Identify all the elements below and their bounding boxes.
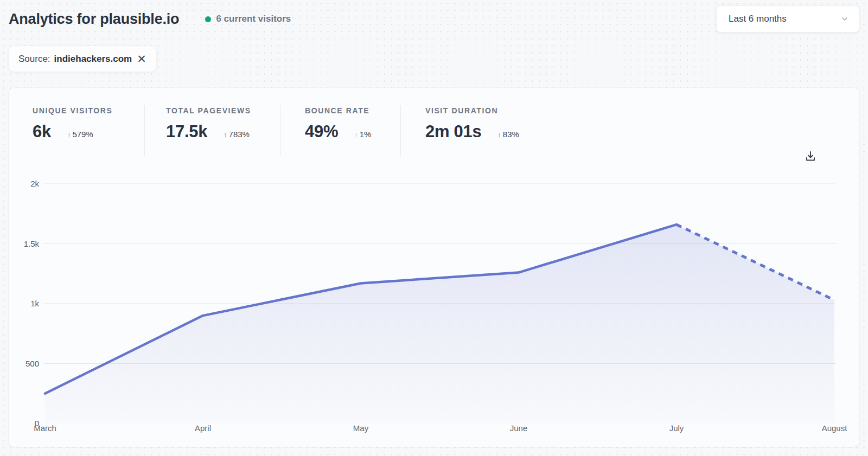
date-range-dropdown[interactable]: Last 6 months	[716, 5, 859, 33]
download-button[interactable]	[801, 147, 820, 165]
stat-label: VISIT DURATION	[425, 106, 519, 115]
date-range-label: Last 6 months	[729, 14, 840, 24]
y-axis-tick: 1k	[30, 299, 39, 308]
chevron-down-icon	[840, 15, 849, 23]
stat-label: BOUNCE RATE	[305, 106, 400, 115]
header: Analytics for plausible.io 6 current vis…	[0, 0, 868, 38]
visitors-chart[interactable]: 05001k1.5k2kMarchAprilMayJuneJulyAugust	[9, 174, 859, 445]
y-axis-tick: 2k	[30, 179, 39, 188]
download-icon	[804, 150, 817, 163]
x-axis-tick: July	[669, 423, 684, 433]
arrow-up-icon: ↑	[224, 131, 227, 139]
filter-value: indiehackers.com	[54, 54, 132, 65]
stat-value: 49%	[305, 122, 338, 142]
live-indicator-icon	[205, 16, 211, 22]
stat-change: ↑579%	[67, 130, 93, 139]
stat-change-value: 579%	[72, 130, 93, 139]
stat-value: 6k	[33, 122, 51, 142]
chart-area: 05001k1.5k2kMarchAprilMayJuneJulyAugust	[9, 174, 859, 445]
stat-bounce-rate[interactable]: BOUNCE RATE 49% ↑1%	[281, 105, 401, 156]
current-visitors[interactable]: 6 current visitors	[205, 14, 291, 24]
arrow-up-icon: ↑	[67, 131, 71, 139]
x-axis-tick: May	[353, 423, 369, 433]
x-axis-tick: April	[195, 423, 211, 433]
x-axis-tick: March	[34, 423, 56, 433]
stat-value: 17.5k	[166, 122, 207, 142]
page-title: Analytics for plausible.io	[9, 11, 179, 28]
y-axis-tick: 1.5k	[24, 239, 40, 248]
analytics-dashboard: Analytics for plausible.io 6 current vis…	[0, 0, 868, 456]
x-axis-tick: June	[510, 423, 528, 433]
stat-change-value: 1%	[360, 130, 372, 139]
analytics-card: UNIQUE VISITORS 6k ↑579% TOTAL PAGEVIEWS…	[9, 88, 859, 447]
stats-row: UNIQUE VISITORS 6k ↑579% TOTAL PAGEVIEWS…	[33, 105, 519, 156]
stat-change: ↑83%	[497, 130, 519, 139]
stat-visit-duration[interactable]: VISIT DURATION 2m 01s ↑83%	[401, 105, 519, 156]
stat-change-value: 83%	[503, 130, 519, 139]
close-icon[interactable]: ✕	[137, 53, 146, 65]
stat-total-pageviews[interactable]: TOTAL PAGEVIEWS 17.5k ↑783%	[145, 105, 281, 156]
stat-label: TOTAL PAGEVIEWS	[166, 106, 280, 115]
stat-change: ↑1%	[354, 130, 371, 139]
stat-unique-visitors[interactable]: UNIQUE VISITORS 6k ↑579%	[33, 105, 145, 156]
stat-change: ↑783%	[224, 130, 250, 139]
x-axis-tick: August	[822, 423, 848, 433]
current-visitors-label: 6 current visitors	[216, 14, 291, 24]
stat-change-value: 783%	[229, 130, 250, 139]
arrow-up-icon: ↑	[497, 131, 501, 139]
stat-value: 2m 01s	[425, 122, 481, 142]
stat-label: UNIQUE VISITORS	[33, 106, 144, 115]
y-axis-tick: 500	[25, 359, 39, 368]
filter-pill-source[interactable]: Source: indiehackers.com ✕	[9, 46, 156, 72]
arrow-up-icon: ↑	[354, 131, 358, 139]
filter-prefix: Source:	[18, 54, 50, 65]
